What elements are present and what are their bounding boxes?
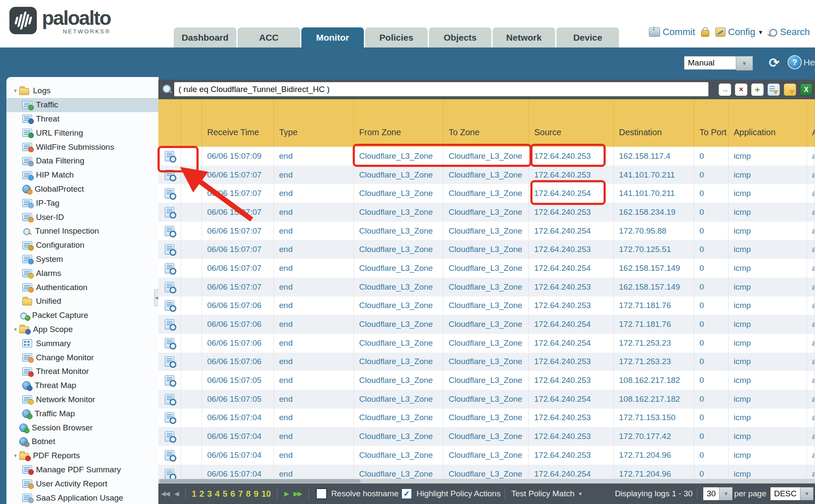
sidebar-collapse-handle[interactable]: ◀ — [154, 289, 158, 306]
sidebar-item-alarms[interactable]: Alarms — [6, 266, 158, 280]
sidebar-item-system[interactable]: System — [6, 252, 158, 267]
log-detail-icon[interactable] — [165, 151, 174, 161]
table-row[interactable]: 06/06 15:07:06endCloudflare_L3_ZoneCloud… — [158, 353, 815, 371]
apply-filter-button[interactable]: → — [719, 83, 731, 96]
page-number-5[interactable]: 5 — [223, 489, 227, 499]
sidebar-item-change-monitor[interactable]: Change Monitor — [6, 350, 158, 365]
tab-device[interactable]: Device — [556, 27, 619, 47]
load-filter-button[interactable] — [784, 83, 796, 96]
page-number-6[interactable]: 6 — [230, 489, 235, 499]
log-detail-icon[interactable] — [165, 450, 174, 460]
table-row[interactable]: 06/06 15:07:05endCloudflare_L3_ZoneCloud… — [158, 390, 815, 409]
last-page-button[interactable]: ▶▶ — [294, 490, 302, 498]
page-number-9[interactable]: 9 — [254, 489, 259, 499]
column-header-type[interactable]: Type — [274, 99, 354, 147]
page-number-7[interactable]: 7 — [238, 489, 243, 499]
table-row[interactable]: 06/06 15:07:04endCloudflare_L3_ZoneCloud… — [158, 409, 815, 427]
test-policy-match-button[interactable]: Test Policy Match ▼ — [511, 489, 583, 498]
table-row[interactable]: 06/06 15:07:07endCloudflare_L3_ZoneCloud… — [158, 166, 815, 184]
column-header-source[interactable]: Source — [529, 99, 614, 147]
page-number-8[interactable]: 8 — [246, 489, 251, 499]
sidebar-item-logs[interactable]: ▼Logs — [6, 84, 158, 98]
highlight-policy-checkbox[interactable]: ✓ — [401, 488, 412, 499]
sidebar-item-threat[interactable]: Threat — [6, 112, 158, 126]
log-detail-icon[interactable] — [165, 244, 174, 255]
sidebar-item-traffic-map[interactable]: Traffic Map — [6, 406, 158, 421]
sidebar-item-network-monitor[interactable]: Network Monitor — [6, 393, 158, 407]
per-page-select[interactable]: 30 ▼ — [703, 487, 732, 500]
sidebar-item-threat-map[interactable]: Threat Map — [6, 379, 158, 393]
sidebar-item-authentication[interactable]: Authentication — [6, 280, 158, 294]
table-row[interactable]: 06/06 15:07:07endCloudflare_L3_ZoneCloud… — [158, 184, 815, 203]
table-row[interactable]: 06/06 15:07:06endCloudflare_L3_ZoneCloud… — [158, 315, 815, 334]
sidebar-item-manage-pdf-summary[interactable]: Manage PDF Summary — [6, 463, 158, 477]
sidebar-item-session-browser[interactable]: Session Browser — [6, 421, 158, 435]
table-row[interactable]: 06/06 15:07:07endCloudflare_L3_ZoneCloud… — [158, 222, 815, 240]
tab-acc[interactable]: ACC — [238, 27, 300, 47]
table-row[interactable]: 06/06 15:07:06endCloudflare_L3_ZoneCloud… — [158, 296, 815, 315]
page-number-1[interactable]: 1 — [192, 489, 196, 499]
table-row[interactable]: 06/06 15:07:04endCloudflare_L3_ZoneCloud… — [158, 465, 815, 479]
export-csv-button[interactable]: X — [800, 83, 812, 96]
refresh-mode-select[interactable]: Manual ▼ — [684, 56, 753, 71]
sidebar-item-traffic[interactable]: Traffic — [6, 98, 158, 112]
next-page-button[interactable]: ▶ — [284, 490, 289, 498]
column-header-blank[interactable] — [158, 99, 181, 147]
sidebar-item-pdf-reports[interactable]: ▼PDF Reports — [6, 449, 158, 463]
sidebar-item-packet-capture[interactable]: Packet Capture — [6, 308, 158, 323]
log-detail-icon[interactable] — [165, 282, 174, 292]
sidebar-item-ip-tag[interactable]: IP-Tag — [6, 196, 158, 210]
tab-dashboard[interactable]: Dashboard — [174, 27, 236, 47]
log-detail-icon[interactable] — [165, 207, 174, 217]
resolve-hostname-checkbox[interactable] — [316, 488, 327, 499]
page-number-3[interactable]: 3 — [207, 489, 212, 499]
log-detail-icon[interactable] — [165, 188, 174, 199]
log-detail-icon[interactable] — [165, 394, 174, 404]
sidebar-item-globalprotect[interactable]: GlobalProtect — [6, 182, 158, 196]
log-detail-icon[interactable] — [165, 412, 174, 423]
page-number-10[interactable]: 10 — [262, 489, 271, 499]
scrollbar-thumb[interactable] — [159, 479, 360, 483]
column-header-blank[interactable] — [181, 99, 202, 147]
per-page-dropdown-arrow[interactable]: ▼ — [719, 487, 732, 500]
sidebar-item-tunnel-inspection[interactable]: Tunnel Inspection — [6, 224, 158, 238]
sidebar-item-app-scope[interactable]: ▼App Scope — [6, 323, 158, 337]
log-detail-icon[interactable] — [165, 226, 174, 236]
table-row[interactable]: 06/06 15:07:07endCloudflare_L3_ZoneCloud… — [158, 240, 815, 259]
sidebar-item-url-filtering[interactable]: URL Filtering — [6, 126, 158, 140]
log-detail-icon[interactable] — [165, 431, 174, 442]
search-button[interactable]: Search — [769, 27, 810, 38]
column-header-destination[interactable]: Destination — [614, 99, 694, 147]
page-number-2[interactable]: 2 — [199, 489, 204, 499]
sidebar-item-user-id[interactable]: User-ID — [6, 210, 158, 224]
column-header-to-port[interactable]: To Port — [694, 99, 729, 147]
column-header-to-zone[interactable]: To Zone — [443, 99, 529, 147]
log-detail-icon[interactable] — [165, 170, 174, 180]
prev-page-button[interactable]: ◀ — [174, 490, 178, 498]
log-detail-icon[interactable] — [165, 469, 174, 479]
log-detail-icon[interactable] — [165, 338, 174, 348]
log-detail-icon[interactable] — [165, 375, 174, 385]
sort-order-dropdown-arrow[interactable]: ▼ — [800, 487, 813, 500]
sidebar-item-botnet[interactable]: Botnet — [6, 435, 158, 449]
sidebar-item-summary[interactable]: Summary — [6, 336, 158, 350]
filter-query-input[interactable] — [174, 82, 708, 96]
log-detail-icon[interactable] — [165, 319, 174, 329]
column-header-application[interactable]: Application — [729, 99, 807, 147]
help-button[interactable]: ? Help — [788, 55, 815, 69]
config-menu-button[interactable]: Config ▼ — [715, 27, 763, 38]
table-row[interactable]: 06/06 15:07:09endCloudflare_L3_ZoneCloud… — [158, 147, 815, 166]
lock-icon[interactable] — [701, 30, 709, 37]
table-row[interactable]: 06/06 15:07:04endCloudflare_L3_ZoneCloud… — [158, 446, 815, 465]
sort-order-select[interactable]: DESC ▼ — [770, 487, 813, 500]
tab-policies[interactable]: Policies — [365, 27, 428, 47]
table-row[interactable]: 06/06 15:07:07endCloudflare_L3_ZoneCloud… — [158, 278, 815, 296]
log-detail-icon[interactable] — [165, 300, 174, 311]
clear-filter-button[interactable]: × — [735, 83, 747, 96]
sidebar-item-wildfire-submissions[interactable]: WildFire Submissions — [6, 140, 158, 154]
column-header-from-zone[interactable]: From Zone — [354, 99, 443, 147]
log-detail-icon[interactable] — [165, 263, 174, 273]
table-row[interactable]: 06/06 15:07:06endCloudflare_L3_ZoneCloud… — [158, 334, 815, 353]
sidebar-item-data-filtering[interactable]: Data Filtering — [6, 154, 158, 168]
sidebar-item-configuration[interactable]: Configuration — [6, 238, 158, 252]
